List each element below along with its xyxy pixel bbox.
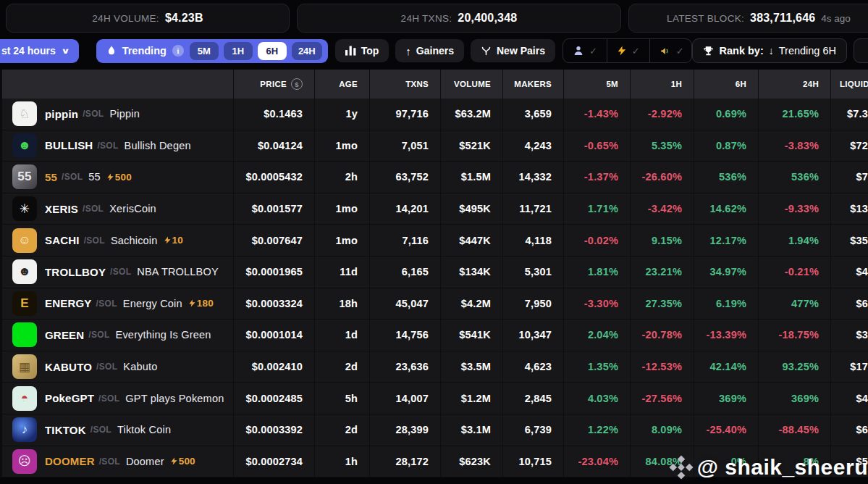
token-avatar	[12, 322, 37, 347]
trending-timeframe-5m[interactable]: 5M	[190, 42, 219, 60]
age-cell: 11d	[314, 256, 369, 288]
token-name: Doomer	[126, 456, 164, 467]
token-chain: /SOL	[110, 267, 131, 277]
timeframe-dropdown[interactable]: st 24 hours ∨	[0, 39, 79, 63]
liquidity-cell: $7	[830, 162, 868, 193]
pct-5m-cell: -23.04%	[563, 446, 630, 477]
token-symbol: XERIS	[45, 203, 78, 215]
column-header-volume[interactable]: VOLUME	[440, 70, 502, 99]
sprout-icon	[481, 46, 492, 57]
pct-5m-cell: -0.02%	[563, 225, 630, 256]
pct-5m-cell: 2.04%	[563, 320, 630, 351]
trending-timeframe-6h[interactable]: 6H	[258, 42, 287, 60]
trending-group[interactable]: Trending i 5M1H6H24H	[96, 39, 328, 63]
token-name: 55	[88, 171, 101, 183]
txns-cell: 7,051	[369, 130, 440, 162]
rank-by-button[interactable]: Rank by: ↓ Trending 6H	[692, 38, 847, 63]
trending-timeframe-24h[interactable]: 24H	[292, 42, 322, 60]
price-cell: $0.0002734	[233, 446, 314, 477]
token-row[interactable]: ◓ PokeGPT /SOL GPT plays Pokemon $0.0002…	[2, 383, 868, 414]
txns-cell: 45,047	[369, 288, 440, 320]
table-header-row: PRICE$AGETXNSVOLUMEMAKERS5M1H6H24HLIQUID…	[2, 70, 868, 99]
info-icon[interactable]: i	[172, 45, 184, 57]
token-row[interactable]: ☻ BULLISH /SOL Bullish Degen $0.04124 1m…	[2, 130, 868, 162]
column-header-24h[interactable]: 24H	[758, 70, 830, 99]
txns-cell: 97,716	[369, 99, 440, 130]
verified-filter-toggle[interactable]: ✓	[563, 39, 607, 62]
column-header-5m[interactable]: 5M	[563, 70, 630, 99]
volume-cell: $4.2M	[440, 288, 502, 320]
token-chain: /SOL	[96, 362, 117, 372]
pct-1h-cell: -2.92%	[630, 99, 694, 130]
price-cell: $0.001577	[233, 193, 314, 225]
age-cell: 5h	[314, 383, 369, 414]
token-row[interactable]: ☻ TROLLBOY /SOL NBA TROLLBOY $0.0001965 …	[2, 256, 868, 288]
token-row[interactable]: ✳ XERIS /SOL XerisCoin $0.001577 1mo 14,…	[2, 193, 868, 225]
column-header-liquidity[interactable]: LIQUIDITY	[830, 70, 868, 99]
pct-6h-cell: -13.39%	[694, 320, 758, 351]
top-button[interactable]: Top	[335, 39, 389, 62]
liquidity-cell: $4	[830, 256, 868, 288]
pct-5m-cell: 1.35%	[563, 351, 630, 383]
token-name: Energy Coin	[123, 298, 182, 309]
liquidity-cell: $6	[830, 288, 868, 320]
pct-1h-cell: -3.42%	[630, 193, 694, 225]
token-row[interactable]: ▦ KABUTO /SOL Kabuto $0.002410 2d 23,636…	[2, 351, 868, 383]
liquidity-cell: $35	[830, 225, 868, 256]
token-row[interactable]: E ENERGY /SOL Energy Coin 180 $0.0003324…	[2, 288, 868, 320]
new-pairs-button[interactable]: New Pairs	[471, 39, 555, 62]
column-header-6h[interactable]: 6H	[694, 70, 758, 99]
column-header-price[interactable]: PRICE$	[233, 70, 314, 99]
pct-6h-cell: 0.69%	[694, 99, 758, 130]
price-cell: $0.1463	[233, 99, 314, 130]
flame-icon	[106, 45, 117, 57]
token-row[interactable]: ♘ pippin /SOL Pippin $0.1463 1y 97,716 $…	[2, 99, 868, 130]
token-avatar: E	[12, 291, 37, 316]
watermark: @ shaik_sheeru	[668, 454, 868, 480]
pct-24h-cell: -0.21%	[758, 256, 830, 288]
token-row[interactable]: GREEN /SOL Everything Is Green $0.000101…	[2, 320, 868, 351]
token-chain: /SOL	[99, 456, 120, 467]
pct-5m-cell: 1.22%	[563, 414, 630, 446]
ads-filter-toggle[interactable]: ✓	[649, 39, 693, 62]
liquidity-cell: $6	[830, 414, 868, 446]
token-chain: /SOL	[88, 330, 109, 340]
checkmark-icon: ✓	[589, 46, 597, 57]
token-symbol: DOOMER	[45, 455, 95, 467]
age-cell: 1y	[314, 99, 369, 130]
pct-1h-cell: 8.09%	[630, 414, 694, 446]
pct-6h-cell: 42.14%	[694, 351, 758, 383]
watermark-text: @ shaik_sheeru	[697, 455, 868, 480]
pct-24h-cell: 21.65%	[758, 99, 830, 130]
token-avatar: ☹	[12, 449, 37, 474]
column-header-1h[interactable]: 1H	[630, 70, 694, 99]
pct-6h-cell: 6.19%	[694, 288, 758, 320]
price-cell: $0.007647	[233, 225, 314, 256]
pct-6h-cell: 369%	[694, 383, 758, 414]
token-row[interactable]: ♪ TIKTOK /SOL Tiktok Coin $0.0003392 2d …	[2, 414, 868, 446]
column-header-makers[interactable]: MAKERS	[502, 70, 563, 99]
column-header-age[interactable]: AGE	[314, 70, 369, 99]
column-header-txns[interactable]: TXNS	[369, 70, 440, 99]
token-avatar: 55	[12, 164, 37, 189]
token-row[interactable]: ☺ SACHI /SOL Sachicoin 10 $0.007647 1mo …	[2, 225, 868, 256]
pct-6h-cell: 14.62%	[694, 193, 758, 225]
boosted-filter-toggle[interactable]: ✓	[607, 39, 649, 62]
token-row[interactable]: 55 55 /SOL 55 500 $0.0005432 2h 63,752 $…	[2, 162, 868, 193]
pct-1h-cell: 5.35%	[630, 130, 694, 162]
checkmark-icon: ✓	[632, 46, 640, 57]
price-cell: $0.04124	[233, 130, 314, 162]
gainers-button[interactable]: ↑ Gainers	[395, 39, 464, 62]
token-avatar: ☺	[12, 228, 37, 253]
txns-cell: 14,007	[369, 383, 440, 414]
latest-block-label: LATEST BLOCK:	[667, 13, 744, 24]
clipped-button[interactable]	[854, 38, 868, 63]
pct-1h-cell: 23.21%	[630, 256, 694, 288]
boost-count: 500	[179, 456, 195, 467]
trending-timeframe-1h[interactable]: 1H	[224, 42, 253, 60]
txns-statbox: 24H TXNS: 20,400,348	[297, 4, 621, 33]
token-symbol: TIKTOK	[45, 424, 86, 436]
token-name: XerisCoin	[109, 203, 156, 214]
makers-cell: 10,347	[502, 320, 563, 351]
liquidity-cell: $3	[830, 320, 868, 351]
